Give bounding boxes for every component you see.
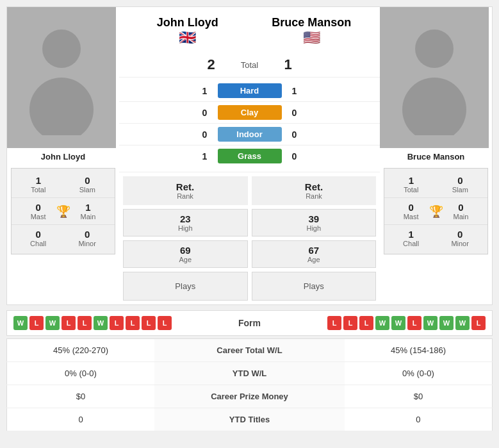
surface-section: 1 Hard 1 0 Clay 0 0 Indoor 0 <box>119 78 380 169</box>
left-age-lbl: Age <box>179 256 192 263</box>
right-form-l2: L <box>343 316 357 330</box>
right-main-stat: 0 Main <box>454 202 469 220</box>
total-row: 2 Total 1 <box>119 50 380 78</box>
indoor-btn: Indoor <box>218 127 282 142</box>
right-form-l5: L <box>471 316 486 330</box>
left-main-stat: 1 Main <box>81 202 96 220</box>
right-high-lbl: High <box>306 224 321 232</box>
right-slam-val: 0 <box>457 175 462 186</box>
right-total-lbl: Total <box>404 186 418 194</box>
left-chall-val: 0 <box>35 229 40 240</box>
left-high-panel: 23 High <box>123 209 248 236</box>
right-form-w4: W <box>439 316 454 330</box>
stats-table: 45% (220-270) Career Total W/L 45% (154-… <box>6 338 493 431</box>
left-mast-stat: 0 Mast <box>31 202 46 220</box>
left-prize-money: $0 <box>7 385 155 408</box>
clay-btn: Clay <box>218 105 282 120</box>
left-form-badges: W L W L L W L L L L <box>13 316 172 330</box>
svg-point-0 <box>42 29 81 68</box>
hard-left-num: 1 <box>192 86 218 96</box>
right-slam-lbl: Slam <box>452 186 468 194</box>
left-slam-stat: 0 Slam <box>79 175 95 194</box>
surface-row-clay: 0 Clay 0 <box>119 102 380 124</box>
left-rank-lbl: Rank <box>177 192 193 200</box>
left-form-l5: L <box>126 316 140 330</box>
left-form-l1: L <box>29 316 44 330</box>
career-total-label: Career Total W/L <box>154 339 345 362</box>
left-form-w2: W <box>45 316 60 330</box>
left-form-l2: L <box>61 316 76 330</box>
right-rank-panel: Ret. Rank <box>252 176 376 205</box>
svg-point-1 <box>29 78 94 135</box>
hard-btn: Hard <box>218 83 282 98</box>
main-container: John Lloyd 1 Total 0 Slam 0 Mast <box>0 0 499 438</box>
right-form-badges: L L L W W L W W W L <box>327 316 486 330</box>
right-minor-lbl: Minor <box>451 240 469 247</box>
right-main-lbl: Main <box>454 213 469 220</box>
right-player-col: Bruce Manson 1 Total 0 Slam 0 Mast <box>380 7 492 304</box>
left-plays-panel: Plays <box>123 272 248 301</box>
right-chall-stat: 1 Chall <box>403 229 419 247</box>
plays-panels-row: Plays Plays <box>119 272 380 304</box>
right-player-name: Bruce Manson <box>380 148 492 164</box>
right-form-l3: L <box>359 316 373 330</box>
left-form-w1: W <box>13 316 28 330</box>
right-career-total: 45% (154-186) <box>345 339 493 362</box>
right-trophy-row: 0 Mast 🏆 0 Main <box>384 198 487 225</box>
left-stat-row-chall-minor: 0 Chall 0 Minor <box>12 225 115 251</box>
right-prize-money: $0 <box>345 385 493 408</box>
right-minor-stat: 0 Minor <box>451 229 469 247</box>
left-form-l4: L <box>110 316 124 330</box>
right-name-header-text: Bruce Manson <box>250 16 374 29</box>
grass-right-num: 0 <box>282 151 307 162</box>
left-total-val: 1 <box>36 175 41 186</box>
right-age-val: 67 <box>308 245 319 256</box>
left-chall-stat: 0 Chall <box>30 229 46 247</box>
right-main-val: 0 <box>458 202 463 213</box>
high-panels-row: 23 High 39 High <box>119 209 380 240</box>
left-slam-val: 0 <box>85 175 90 186</box>
right-high-panel: 39 High <box>252 209 377 236</box>
left-age-val: 69 <box>180 245 191 256</box>
right-chall-val: 1 <box>408 229 413 240</box>
hard-right-num: 1 <box>282 86 307 96</box>
svg-point-2 <box>415 29 454 68</box>
right-plays-lbl: Plays <box>304 281 324 291</box>
age-panels-row: 69 Age 67 Age <box>119 240 380 272</box>
left-player-photo <box>7 7 116 148</box>
right-chall-lbl: Chall <box>403 240 419 247</box>
table-row-career-total: 45% (220-270) Career Total W/L 45% (154-… <box>7 339 493 362</box>
left-total-lbl: Total <box>31 186 45 194</box>
right-form-l1: L <box>327 316 341 330</box>
prize-money-label: Career Prize Money <box>154 385 345 408</box>
left-flag: 🇬🇧 <box>126 29 250 46</box>
indoor-left-num: 0 <box>192 129 218 140</box>
right-age-panel: 67 Age <box>252 240 377 268</box>
left-form-l7: L <box>158 316 172 330</box>
svg-point-3 <box>402 78 466 135</box>
left-minor-val: 0 <box>85 229 90 240</box>
left-high-val: 23 <box>180 213 191 224</box>
right-form-l4: L <box>407 316 421 330</box>
right-form-w2: W <box>391 316 405 330</box>
table-row-prize-money: $0 Career Prize Money $0 <box>7 385 493 408</box>
right-mast-stat: 0 Mast <box>404 202 419 220</box>
surface-row-indoor: 0 Indoor 0 <box>119 124 380 145</box>
clay-right-num: 0 <box>282 108 307 118</box>
table-row-ytd-titles: 0 YTD Titles 0 <box>7 408 493 431</box>
indoor-right-num: 0 <box>282 129 307 140</box>
table-row-ytd-wl: 0% (0-0) YTD W/L 0% (0-0) <box>7 362 493 385</box>
left-name-header-text: John Lloyd <box>126 16 250 29</box>
left-trophy-icon: 🏆 <box>56 204 70 219</box>
info-panels-row: Ret. Rank Ret. Rank <box>119 172 380 209</box>
clay-left-num: 0 <box>192 108 218 118</box>
right-ytd-wl: 0% (0-0) <box>345 362 493 385</box>
right-trophy-icon: 🏆 <box>429 204 443 219</box>
right-form-w3: W <box>423 316 438 330</box>
left-mast-lbl: Mast <box>31 213 46 220</box>
ytd-titles-label: YTD Titles <box>154 408 345 431</box>
left-rank-val: Ret. <box>176 181 194 192</box>
comparison-section: John Lloyd 1 Total 0 Slam 0 Mast <box>6 6 493 305</box>
right-stats-panel: 1 Total 0 Slam 0 Mast 🏆 0 <box>384 168 488 254</box>
left-age-panel: 69 Age <box>123 240 248 268</box>
